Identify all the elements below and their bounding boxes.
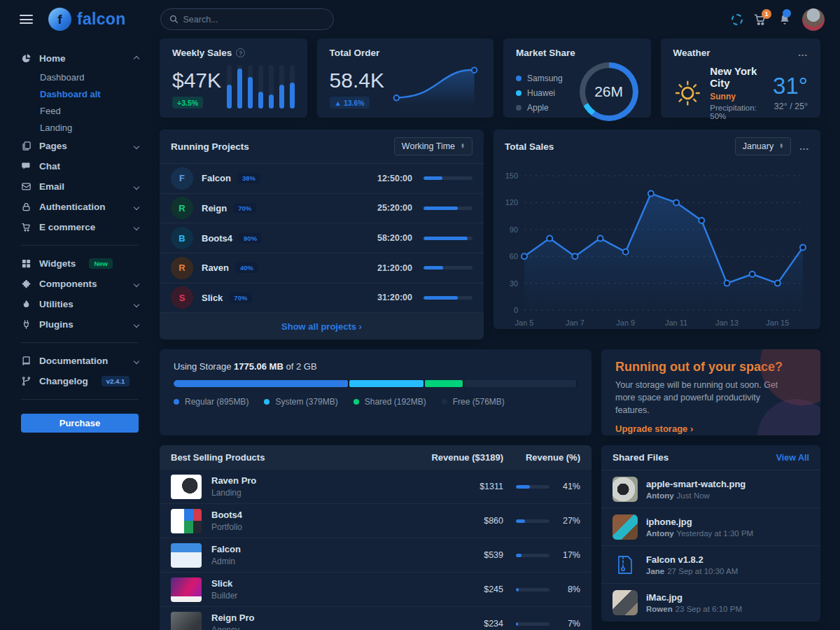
brand-name: falcon (77, 10, 126, 29)
search-input[interactable] (183, 15, 309, 24)
sidebar-item-home[interactable]: Home (21, 48, 139, 69)
product-row[interactable]: Raven ProLanding $1311 41% (160, 470, 592, 504)
notification-dot (783, 9, 791, 18)
sidebar-item-widgets[interactable]: WidgetsNew (21, 253, 139, 274)
file-row[interactable]: iphone.jpg AntonyYesterday at 1:30 PM (601, 508, 820, 546)
upgrade-space-card: Running out of your space? Your storage … (601, 349, 820, 435)
chevron-down-icon (134, 281, 139, 286)
svg-text:Jan 13: Jan 13 (715, 318, 738, 327)
sidebar-item-dashboard-alt[interactable]: Dashboard alt (21, 85, 139, 102)
brand-logo[interactable]: f falcon (48, 8, 126, 31)
running-projects-card: Running Projects Working Time ▲▼ F Falco… (160, 130, 484, 340)
project-progress-bar (424, 266, 472, 270)
lock-icon (21, 202, 31, 212)
sidebar-item-feed[interactable]: Feed (21, 102, 139, 119)
product-row[interactable]: Boots4Portfolio $860 27% (160, 504, 592, 538)
total-order-value: 58.4K (330, 70, 384, 91)
project-time: 25:20:00 (377, 203, 412, 213)
sidebar-item-authentication[interactable]: Authentication (21, 197, 139, 217)
chevron-up-icon (134, 55, 139, 61)
project-progress-badge: 38% (237, 173, 260, 183)
upgrade-storage-link[interactable]: Upgrade storage › (615, 424, 693, 434)
more-menu-icon[interactable]: ... (798, 48, 808, 58)
sidebar-item-landing[interactable]: Landing (21, 119, 139, 136)
sidebar-item-pages[interactable]: Pages (21, 136, 139, 156)
top-navbar: f falcon 1 (0, 0, 840, 38)
sidebar-divider (21, 399, 139, 400)
project-row[interactable]: R Raven 40% 21:20:00 (160, 253, 484, 284)
project-time: 12:50:00 (377, 174, 412, 183)
topbar-actions: 1 (732, 8, 840, 31)
info-icon[interactable]: ? (236, 48, 245, 57)
sidebar-item-plugins[interactable]: Plugins (21, 314, 139, 335)
revenue-progress-bar (516, 519, 550, 523)
puzzle-icon (21, 279, 31, 289)
project-row[interactable]: B Boots4 90% 58:20:00 (160, 223, 484, 253)
month-select[interactable]: January ▲▼ (735, 137, 791, 155)
product-row[interactable]: FalconAdmin $539 17% (160, 538, 592, 573)
weather-range: 32° / 25° (773, 102, 808, 111)
project-time: 31:20:00 (377, 293, 412, 302)
show-all-projects-link[interactable]: Show all projects › (160, 313, 484, 340)
market-share-center-value: 26M (580, 62, 638, 121)
market-share-legend: Samsung Huawei Apple (516, 74, 563, 113)
project-row[interactable]: S Slick 70% 31:20:00 (160, 284, 484, 314)
file-row[interactable]: apple-smart-watch.png AntonyJust Now (601, 470, 820, 508)
product-row[interactable]: SlickBuilder $245 8% (160, 573, 592, 607)
sun-icon (673, 75, 702, 111)
chat-icon (21, 161, 31, 172)
total-order-change-badge: ▲ 13.6% (330, 97, 370, 108)
storage-progress-bar (174, 380, 578, 387)
sidebar-item-ecommerce[interactable]: E commerce (21, 217, 139, 237)
storage-card: Using Storage 1775.06 MB of 2 GB Regular… (160, 349, 592, 435)
hamburger-menu-icon[interactable] (20, 13, 33, 27)
file-thumbnail (612, 477, 638, 502)
pages-icon (21, 141, 31, 151)
email-icon (21, 181, 31, 192)
more-menu-icon[interactable]: ... (799, 141, 809, 152)
svg-text:60: 60 (510, 252, 518, 260)
widgets-icon (21, 258, 31, 269)
code-branch-icon (21, 376, 31, 386)
search-bar[interactable] (160, 8, 334, 30)
weather-temperature: 31° (773, 74, 808, 97)
file-thumbnail (612, 590, 638, 615)
project-avatar: R (171, 257, 193, 279)
sidebar-item-components[interactable]: Components (21, 274, 139, 294)
sidebar-item-email[interactable]: Email (21, 176, 139, 197)
revenue-column-header: Revenue ($3189) (431, 452, 503, 463)
project-time: 58:20:00 (377, 233, 412, 243)
sidebar-item-documentation[interactable]: Documentation (21, 351, 139, 371)
running-projects-title: Running Projects (171, 141, 249, 152)
notifications-button[interactable] (778, 13, 792, 27)
file-row[interactable]: iMac.jpg Rowen23 Sep at 6:10 PM (601, 584, 820, 622)
svg-text:150: 150 (505, 172, 518, 180)
settings-button[interactable] (732, 14, 743, 25)
main-content: Weekly Sales ? $47K +3.5% (160, 38, 840, 630)
project-row[interactable]: R Reign 70% 25:20:00 (160, 194, 484, 224)
sidebar-divider (21, 342, 139, 343)
market-share-donut-chart: 26M (580, 62, 638, 121)
revenue-progress-bar (516, 622, 550, 626)
cart-button[interactable]: 1 (753, 13, 767, 27)
cart-badge: 1 (762, 9, 771, 19)
working-time-select[interactable]: Working Time ▲▼ (394, 137, 472, 155)
view-all-link[interactable]: View All (776, 453, 809, 463)
sidebar-divider (21, 245, 139, 246)
cart-icon (21, 222, 31, 232)
file-row[interactable]: Falcon v1.8.2 Jane27 Sep at 10:30 AM (601, 546, 820, 584)
purchase-button[interactable]: Purchase (21, 414, 139, 433)
sidebar-item-chat[interactable]: Chat (21, 156, 139, 176)
project-row[interactable]: F Falcon 38% 12:50:00 (160, 164, 484, 194)
sidebar-item-changelog[interactable]: Changelogv2.4.1 (21, 371, 139, 391)
product-row[interactable]: Reign ProAgency $234 7% (160, 607, 592, 630)
sidebar-item-utilities[interactable]: Utilities (21, 294, 139, 314)
project-progress-badge: 70% (229, 293, 252, 303)
total-sales-card: Total Sales January ▲▼ ... 0306090120150… (493, 130, 820, 329)
user-avatar[interactable] (802, 8, 825, 31)
chevron-down-icon (134, 224, 139, 230)
storage-label: Using Storage 1775.06 MB of 2 GB (174, 361, 578, 372)
total-order-card: Total Order 58.4K ▲ 13.6% (317, 38, 493, 118)
sidebar-item-dashboard[interactable]: Dashboard (21, 69, 139, 85)
weekly-sales-change-badge: +3.5% (172, 97, 203, 108)
